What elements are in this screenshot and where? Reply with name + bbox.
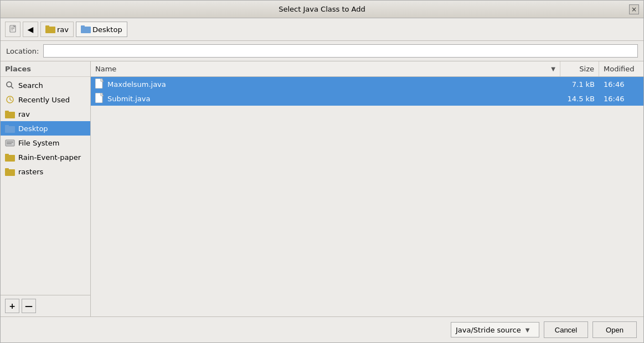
svg-point-9 — [7, 82, 12, 87]
breadcrumb-rav-label: rav — [57, 25, 69, 34]
title-bar: Select Java Class to Add × — [1, 1, 643, 18]
column-name-label: Name — [95, 65, 116, 73]
close-button[interactable]: × — [629, 4, 639, 14]
sidebar-item-recently-used-label: Recently Used — [18, 96, 70, 104]
pencil-icon — [8, 24, 17, 35]
svg-rect-20 — [7, 143, 12, 144]
java-file-icon-maxdelsum — [95, 79, 104, 90]
cancel-button[interactable]: Cancel — [544, 321, 588, 338]
sidebar-item-rain-event-paper-label: Rain-Event-paper — [18, 153, 81, 162]
svg-line-10 — [11, 86, 13, 89]
sidebar-item-file-system[interactable]: File System — [1, 136, 90, 150]
file-list-scroll: Maxdelsum.java 7.1 kB 16:46 — [91, 77, 643, 316]
dialog: Select Java Class to Add × ◀ — [0, 0, 644, 343]
toolbar: ◀ rav Desktop — [1, 18, 643, 41]
location-label: Location: — [6, 47, 39, 55]
breadcrumb-rav[interactable]: rav — [40, 22, 74, 37]
file-name-cell-maxdelsum: Maxdelsum.java — [91, 79, 560, 90]
folder-icon-desktop — [81, 24, 91, 35]
add-place-button[interactable]: + — [5, 299, 19, 313]
column-modified[interactable]: Modified — [599, 61, 643, 76]
svg-line-13 — [10, 100, 12, 101]
svg-rect-6 — [45, 25, 49, 28]
sidebar-item-rav-label: rav — [18, 110, 30, 118]
svg-rect-19 — [7, 142, 13, 143]
file-size-maxdelsum: 7.1 kB — [560, 80, 599, 89]
location-input[interactable] — [43, 44, 638, 58]
sidebar-item-search[interactable]: Search — [1, 78, 90, 92]
svg-rect-18 — [6, 140, 14, 146]
sidebar-footer: + — — [1, 295, 90, 316]
location-bar: Location: — [1, 41, 643, 61]
file-name-cell-submit: Submit.java — [91, 93, 560, 105]
file-name-maxdelsum: Maxdelsum.java — [107, 80, 166, 89]
dropdown-arrow-icon: ▼ — [525, 327, 530, 333]
folder-rain-icon — [5, 152, 15, 162]
sidebar-item-file-system-label: File System — [18, 139, 59, 147]
file-modified-maxdelsum: 16:46 — [599, 80, 643, 89]
svg-rect-22 — [5, 154, 9, 156]
sidebar-item-rasters-label: rasters — [18, 168, 43, 176]
filesystem-icon — [5, 138, 15, 148]
column-size[interactable]: Size — [560, 61, 599, 76]
back-icon: ◀ — [28, 25, 34, 34]
file-type-label: Java/Stride source — [456, 326, 521, 334]
file-list-area: Name ▼ Size Modified — [91, 61, 643, 316]
folder-rasters-icon — [5, 167, 15, 176]
sidebar-item-recently-used[interactable]: Recently Used — [1, 92, 90, 107]
sidebar-item-search-label: Search — [18, 81, 43, 90]
file-row-submit[interactable]: Submit.java 14.5 kB 16:46 — [91, 91, 643, 106]
remove-place-button[interactable]: — — [22, 299, 36, 313]
column-size-label: Size — [579, 65, 594, 73]
main-area: Places Search — [1, 61, 643, 316]
file-type-dropdown[interactable]: Java/Stride source ▼ — [451, 322, 539, 337]
sidebar-item-rasters[interactable]: rasters — [1, 164, 90, 179]
column-modified-label: Modified — [604, 65, 634, 73]
svg-rect-24 — [5, 168, 9, 170]
svg-rect-15 — [5, 111, 9, 113]
svg-rect-8 — [81, 25, 85, 28]
column-name[interactable]: Name ▼ — [91, 61, 560, 76]
file-row-maxdelsum[interactable]: Maxdelsum.java 7.1 kB 16:46 — [91, 77, 643, 91]
sidebar-item-rav[interactable]: rav — [1, 107, 90, 121]
sidebar-items: Search Recently Used — [1, 77, 90, 295]
back-button[interactable]: ◀ — [23, 22, 38, 37]
java-file-icon-submit — [95, 93, 104, 105]
bottom-bar: Java/Stride source ▼ Cancel Open — [1, 316, 643, 342]
sidebar-item-desktop-label: Desktop — [18, 124, 48, 133]
edit-button[interactable] — [5, 22, 20, 37]
breadcrumb-desktop[interactable]: Desktop — [76, 22, 127, 37]
folder-desktop-icon — [5, 123, 15, 133]
file-size-submit: 14.5 kB — [560, 95, 599, 103]
sidebar-item-rain-event-paper[interactable]: Rain-Event-paper — [1, 150, 90, 164]
folder-rav-icon — [5, 109, 15, 119]
file-name-submit: Submit.java — [107, 95, 151, 103]
breadcrumb-desktop-label: Desktop — [92, 25, 122, 34]
clock-icon — [5, 95, 15, 105]
sidebar-header: Places — [1, 61, 90, 77]
svg-rect-17 — [5, 125, 9, 127]
folder-icon — [45, 24, 55, 35]
open-button[interactable]: Open — [593, 321, 637, 338]
search-icon — [5, 80, 15, 90]
file-modified-submit: 16:46 — [599, 95, 643, 103]
dialog-title: Select Java Class to Add — [279, 5, 365, 13]
sidebar: Places Search — [1, 61, 91, 316]
sort-arrow-icon: ▼ — [551, 66, 555, 72]
sidebar-item-desktop[interactable]: Desktop — [1, 121, 90, 136]
file-list-header: Name ▼ Size Modified — [91, 61, 643, 77]
